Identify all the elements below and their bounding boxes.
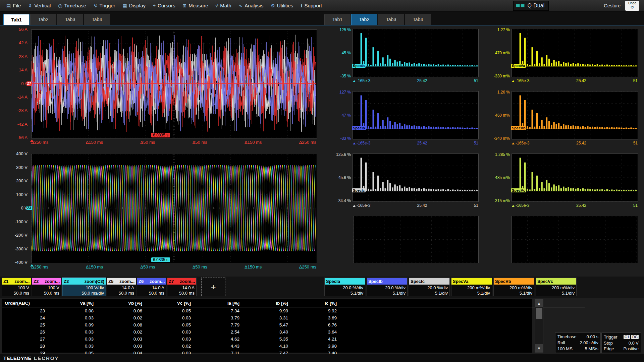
table-row[interactable]: 230.080.060.057.349.999.92 bbox=[2, 307, 585, 315]
descriptor-header: SpecIb bbox=[367, 278, 407, 285]
x-tick: 25.42 bbox=[576, 141, 586, 145]
descriptor-row: + Z1 zoom... 100 V 50.0 ms Z2 zoom... 10… bbox=[0, 277, 644, 298]
menu-item-file[interactable]: ▤ File bbox=[3, 0, 24, 11]
x-tick: -165e-3 bbox=[512, 141, 529, 145]
spectrum-trace-label[interactable]: SpecIb bbox=[352, 126, 366, 130]
spectrum-plot[interactable]: SpecVb bbox=[512, 91, 638, 139]
descriptor-z1[interactable]: Z1 zoom... 100 V 50.0 ms bbox=[2, 278, 31, 296]
trigger-badges: C1DC bbox=[623, 334, 639, 340]
menu-item-measure[interactable]: ⊞ Measure bbox=[179, 0, 212, 11]
descriptor-z5[interactable]: Z5 zoom... 14.0 A 50.0 ms bbox=[107, 278, 136, 296]
timebase-scale: 2.00 s/div bbox=[580, 340, 598, 346]
spectrum-plot[interactable]: SpecIa bbox=[353, 29, 479, 77]
descriptor-timebase: 5.1/div bbox=[393, 291, 406, 296]
tab-tab1[interactable]: Tab1 bbox=[3, 14, 30, 25]
spectrum-trace-label[interactable]: SpecVb bbox=[511, 126, 526, 130]
x-tick: -165e-3 bbox=[512, 78, 529, 83]
scroll-up-button[interactable]: ▲ bbox=[535, 299, 543, 307]
z3-trace-marker[interactable]: Z3 bbox=[26, 206, 32, 210]
table-header-cell: Va [%] bbox=[53, 299, 102, 307]
table-scrollbar[interactable]: ▲ ▼ bbox=[535, 299, 543, 353]
tab-tab2[interactable]: Tab2 bbox=[30, 14, 56, 25]
x-tick: Δ150 ms bbox=[245, 264, 262, 271]
tab-tab1[interactable]: Tab1 bbox=[324, 14, 351, 25]
gesture-label[interactable]: Gesture bbox=[604, 3, 621, 8]
table-header-cell: Ib [%] bbox=[248, 299, 296, 307]
menu-item-label: Vertical bbox=[34, 3, 51, 8]
spectrum-panel-specib: 127 % 47 % -33 % SpecIb -165e-3 25.42 51 bbox=[332, 91, 479, 147]
trigger-source-badge: C1 bbox=[624, 335, 630, 339]
table-row[interactable]: 240.030.020.033.793.313.69 bbox=[2, 314, 585, 321]
spectrum-trace-label[interactable]: SpecVa bbox=[511, 64, 526, 68]
descriptor-body: 20.0 %/div 5.1/div bbox=[367, 285, 407, 296]
menu-bar-items: ▤ File ⇕ Vertical ◷ Timebase ↯ Trigger ▦… bbox=[3, 0, 326, 11]
scroll-thumb[interactable] bbox=[536, 308, 542, 319]
descriptor-z3[interactable]: Z3 zoom(C3) 100 V/div 50.0 ms/div bbox=[62, 278, 106, 296]
z7-trace-marker[interactable]: Z7 bbox=[26, 81, 32, 86]
voltage-cursor-time-label[interactable]: 6.0835 s bbox=[151, 257, 170, 262]
trigger-status-box[interactable]: Trigger C1DC Stop 0.0 V Edge Positive bbox=[601, 333, 641, 353]
spectrum-trace-label[interactable]: SpecIc bbox=[352, 188, 366, 192]
menu-item-math[interactable]: √ Math bbox=[212, 0, 235, 11]
utilities-icon: ⚙ bbox=[271, 3, 275, 8]
descriptor-timebase: 50.0 ms bbox=[149, 291, 164, 296]
menu-item-trigger[interactable]: ↯ Trigger bbox=[90, 0, 119, 11]
table-row[interactable]: 250.090.080.057.795.476.76 bbox=[2, 321, 585, 328]
scroll-down-button[interactable]: ▼ bbox=[535, 344, 543, 352]
table-cell: 5.47 bbox=[248, 321, 296, 328]
spectrum-plot[interactable]: SpecIc bbox=[353, 154, 479, 202]
spectrum-plot[interactable]: SpecIb bbox=[353, 91, 479, 139]
table-row[interactable]: 280.030.030.024.434.103.98 bbox=[2, 343, 585, 350]
descriptor-z2[interactable]: Z2 zoom... 100 V 50.0 ms bbox=[32, 278, 61, 296]
menu-item-timebase[interactable]: ◷ Timebase bbox=[54, 0, 90, 11]
descriptor-specvc[interactable]: SpecVc 200 m%/div 5.1/div bbox=[536, 278, 577, 296]
tab-tab3[interactable]: Tab3 bbox=[57, 14, 83, 25]
menu-item-cursors[interactable]: ⌖ Cursors bbox=[149, 0, 179, 11]
spectrum-y-axis: 125.6 % 45.6 % -34.4 % bbox=[332, 154, 353, 202]
spectrum-trace-label[interactable]: SpecVc bbox=[511, 188, 526, 192]
tab-tab4[interactable]: Tab4 bbox=[405, 14, 431, 25]
voltage-waveform-plot[interactable]: Z3 6.0835 s bbox=[31, 154, 317, 263]
tab-tab4[interactable]: Tab4 bbox=[84, 14, 110, 25]
menu-item-vertical[interactable]: ⇕ Vertical bbox=[24, 0, 54, 11]
undo-button[interactable]: Undo ↺ bbox=[625, 1, 639, 11]
table-row[interactable]: 270.030.030.034.625.354.21 bbox=[2, 336, 585, 343]
current-cursor-time-label[interactable]: 6.0835 s bbox=[151, 133, 170, 137]
descriptor-specva[interactable]: SpecVa 200 m%/div 5.1/div bbox=[451, 278, 492, 296]
descriptor-subtitle: zoom... bbox=[180, 279, 195, 284]
y-tick: 125 % bbox=[339, 27, 351, 32]
menu-item-support[interactable]: ℹ Support bbox=[297, 0, 326, 11]
x-tick: Δ250 ms bbox=[31, 140, 48, 146]
spectrum-trace-label[interactable]: SpecIa bbox=[352, 64, 366, 68]
tab-tab2[interactable]: Tab2 bbox=[351, 14, 377, 25]
spectrum-panel-specva: 1.27 % 470 m% -330 m% SpecVa -165e-3 25.… bbox=[490, 29, 638, 84]
table-cell: 24 bbox=[2, 314, 53, 321]
current-waveform-plot[interactable]: Z7 6.0835 s bbox=[31, 29, 317, 138]
descriptor-scale: 100 V bbox=[18, 285, 29, 290]
x-tick: Δ50 ms bbox=[193, 264, 207, 271]
descriptor-specvb[interactable]: SpecVb 200 m%/div 5.1/div bbox=[493, 278, 534, 296]
descriptor-z7[interactable]: Z7 zoom... 14.0 A 50.0 ms bbox=[167, 278, 197, 296]
menu-item-display[interactable]: ▦ Display bbox=[119, 0, 149, 11]
qdual-panel[interactable]: Q-Dual bbox=[513, 1, 549, 11]
spectrum-panel-specia: 125 % 45 % -35 % SpecIa -165e-3 25.42 51 bbox=[332, 29, 479, 84]
descriptor-scale: 200 m%/div bbox=[552, 285, 575, 290]
y-tick: -100 V bbox=[15, 219, 28, 224]
add-trace-button[interactable]: + bbox=[201, 278, 225, 296]
descriptor-specic[interactable]: SpecIc 20.0 %/div 5.1/div bbox=[409, 278, 450, 296]
table-cell: 3.40 bbox=[248, 328, 296, 336]
menu-item-utilities[interactable]: ⚙ Utilities bbox=[267, 0, 297, 11]
descriptor-specib[interactable]: SpecIb 20.0 %/div 5.1/div bbox=[367, 278, 408, 296]
descriptor-scale: 14.0 A bbox=[152, 285, 164, 290]
spectrum-plot[interactable]: SpecVc bbox=[512, 154, 638, 202]
spectrum-plot[interactable]: SpecVa bbox=[512, 29, 638, 77]
descriptor-z6[interactable]: Z6 zoom... 14.0 A 50.0 ms bbox=[137, 278, 166, 296]
menu-item-analysis[interactable]: ∿ Analysis bbox=[235, 0, 267, 11]
tab-tab3[interactable]: Tab3 bbox=[378, 14, 404, 25]
descriptor-id: SpecIc bbox=[411, 279, 425, 284]
timebase-status-box[interactable]: Timebase 0.00 s Roll 2.00 s/div 100 MS 5… bbox=[555, 333, 601, 353]
descriptor-specia[interactable]: SpecIa 20.0 %/div 5.1/div bbox=[324, 278, 365, 296]
table-row[interactable]: 260.030.020.032.543.403.64 bbox=[2, 328, 585, 336]
table-cell: 25 bbox=[2, 321, 53, 328]
spectrum-y-axis: 125 % 45 % -35 % bbox=[332, 29, 353, 77]
